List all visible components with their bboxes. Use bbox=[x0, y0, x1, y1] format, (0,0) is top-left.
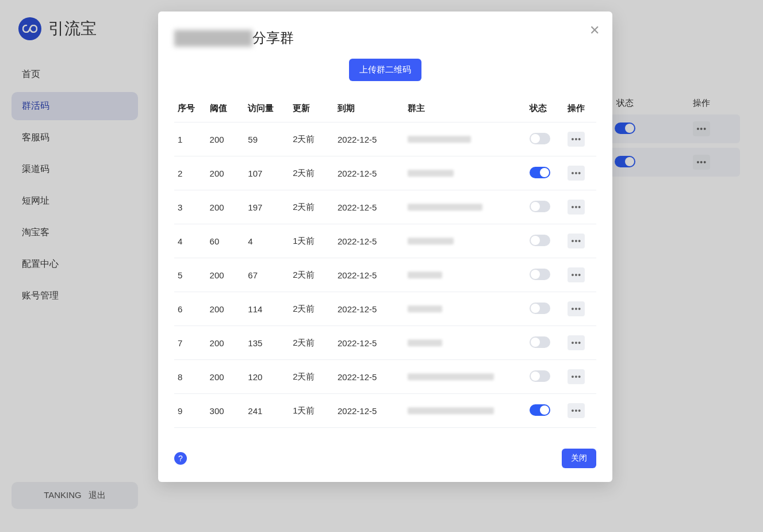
cell-threshold: 200 bbox=[206, 156, 245, 190]
group-table: 序号 阈值 访问量 更新 到期 群主 状态 操作 1200592天前2022-1… bbox=[174, 97, 596, 428]
status-toggle[interactable] bbox=[530, 167, 550, 178]
cell-ops: ••• bbox=[564, 360, 596, 394]
cell-index: 6 bbox=[174, 292, 206, 326]
upload-qr-button[interactable]: 上传群二维码 bbox=[349, 59, 421, 81]
table-row: 5200672天前2022-12-5••• bbox=[174, 258, 596, 292]
owner-blurred bbox=[408, 339, 442, 346]
cell-visits: 107 bbox=[244, 156, 289, 190]
cell-owner bbox=[404, 156, 526, 190]
cell-index: 2 bbox=[174, 156, 206, 190]
owner-blurred bbox=[408, 271, 442, 278]
cell-expire: 2022-12-5 bbox=[334, 394, 404, 428]
table-row: 1200592天前2022-12-5••• bbox=[174, 123, 596, 156]
cell-update: 2天前 bbox=[289, 360, 334, 394]
col-update: 更新 bbox=[289, 97, 334, 123]
cell-status bbox=[526, 123, 565, 156]
col-status: 状态 bbox=[526, 97, 565, 123]
ops-button[interactable]: ••• bbox=[568, 369, 585, 384]
share-group-modal: ✕ ████████分享群 上传群二维码 序号 阈值 访问量 更新 到期 群主 … bbox=[158, 12, 612, 482]
cell-expire: 2022-12-5 bbox=[334, 190, 404, 224]
ops-button[interactable]: ••• bbox=[568, 301, 585, 316]
ops-button[interactable]: ••• bbox=[568, 234, 585, 248]
table-row: 93002411天前2022-12-5••• bbox=[174, 394, 596, 428]
cell-update: 1天前 bbox=[289, 224, 334, 258]
cell-index: 9 bbox=[174, 394, 206, 428]
table-row: 22001072天前2022-12-5••• bbox=[174, 156, 596, 190]
cell-threshold: 200 bbox=[206, 258, 245, 292]
owner-blurred bbox=[408, 170, 454, 177]
status-toggle[interactable] bbox=[530, 336, 550, 348]
ops-button[interactable]: ••• bbox=[568, 132, 585, 147]
status-toggle[interactable] bbox=[530, 404, 550, 416]
cell-visits: 59 bbox=[244, 123, 289, 156]
status-toggle[interactable] bbox=[530, 370, 550, 382]
cell-status bbox=[526, 394, 565, 428]
cell-owner bbox=[404, 190, 526, 224]
modal-title-text: 分享群 bbox=[252, 30, 294, 45]
ops-button[interactable]: ••• bbox=[568, 166, 585, 181]
cell-index: 8 bbox=[174, 360, 206, 394]
cell-threshold: 200 bbox=[206, 190, 245, 224]
cell-status bbox=[526, 156, 565, 190]
owner-blurred bbox=[408, 204, 482, 210]
ops-button[interactable]: ••• bbox=[568, 403, 585, 418]
cell-ops: ••• bbox=[564, 123, 596, 156]
cell-expire: 2022-12-5 bbox=[334, 258, 404, 292]
status-toggle[interactable] bbox=[530, 201, 550, 212]
status-toggle[interactable] bbox=[530, 235, 550, 246]
cell-ops: ••• bbox=[564, 156, 596, 190]
col-visits: 访问量 bbox=[244, 97, 289, 123]
help-icon[interactable]: ? bbox=[174, 452, 187, 465]
cell-update: 2天前 bbox=[289, 190, 334, 224]
cell-status bbox=[526, 360, 565, 394]
cell-visits: 197 bbox=[244, 190, 289, 224]
group-table-header: 序号 阈值 访问量 更新 到期 群主 状态 操作 bbox=[174, 97, 596, 123]
cell-owner bbox=[404, 258, 526, 292]
cell-index: 1 bbox=[174, 123, 206, 156]
cell-visits: 4 bbox=[244, 224, 289, 258]
close-button[interactable]: 关闭 bbox=[562, 449, 596, 468]
cell-visits: 114 bbox=[244, 292, 289, 326]
modal-footer: ? 关闭 bbox=[174, 449, 596, 468]
ops-button[interactable]: ••• bbox=[568, 200, 585, 215]
cell-visits: 67 bbox=[244, 258, 289, 292]
cell-expire: 2022-12-5 bbox=[334, 292, 404, 326]
col-threshold: 阈值 bbox=[206, 97, 245, 123]
cell-ops: ••• bbox=[564, 258, 596, 292]
status-toggle[interactable] bbox=[530, 303, 550, 314]
cell-index: 3 bbox=[174, 190, 206, 224]
owner-blurred bbox=[408, 136, 471, 143]
status-toggle[interactable] bbox=[530, 133, 550, 144]
cell-ops: ••• bbox=[564, 292, 596, 326]
close-icon[interactable]: ✕ bbox=[589, 24, 600, 37]
table-row: 62001142天前2022-12-5••• bbox=[174, 292, 596, 326]
status-toggle[interactable] bbox=[530, 269, 550, 280]
col-ops: 操作 bbox=[564, 97, 596, 123]
col-expire: 到期 bbox=[334, 97, 404, 123]
ops-button[interactable]: ••• bbox=[568, 335, 585, 350]
table-row: 72001352天前2022-12-5••• bbox=[174, 326, 596, 360]
cell-threshold: 200 bbox=[206, 292, 245, 326]
ops-button[interactable]: ••• bbox=[568, 267, 585, 282]
cell-expire: 2022-12-5 bbox=[334, 326, 404, 360]
cell-owner bbox=[404, 224, 526, 258]
cell-update: 2天前 bbox=[289, 156, 334, 190]
modal-title-blur: ████████ bbox=[174, 30, 252, 45]
cell-threshold: 200 bbox=[206, 326, 245, 360]
cell-visits: 135 bbox=[244, 326, 289, 360]
table-row: 82001202天前2022-12-5••• bbox=[174, 360, 596, 394]
cell-visits: 120 bbox=[244, 360, 289, 394]
cell-index: 4 bbox=[174, 224, 206, 258]
cell-update: 2天前 bbox=[289, 326, 334, 360]
modal-title: ████████分享群 bbox=[174, 29, 596, 47]
table-row: 32001972天前2022-12-5••• bbox=[174, 190, 596, 224]
cell-index: 5 bbox=[174, 258, 206, 292]
owner-blurred bbox=[408, 305, 442, 312]
cell-update: 2天前 bbox=[289, 258, 334, 292]
cell-expire: 2022-12-5 bbox=[334, 360, 404, 394]
owner-blurred bbox=[408, 238, 454, 244]
owner-blurred bbox=[408, 373, 494, 380]
cell-owner bbox=[404, 394, 526, 428]
cell-threshold: 200 bbox=[206, 123, 245, 156]
cell-update: 1天前 bbox=[289, 394, 334, 428]
